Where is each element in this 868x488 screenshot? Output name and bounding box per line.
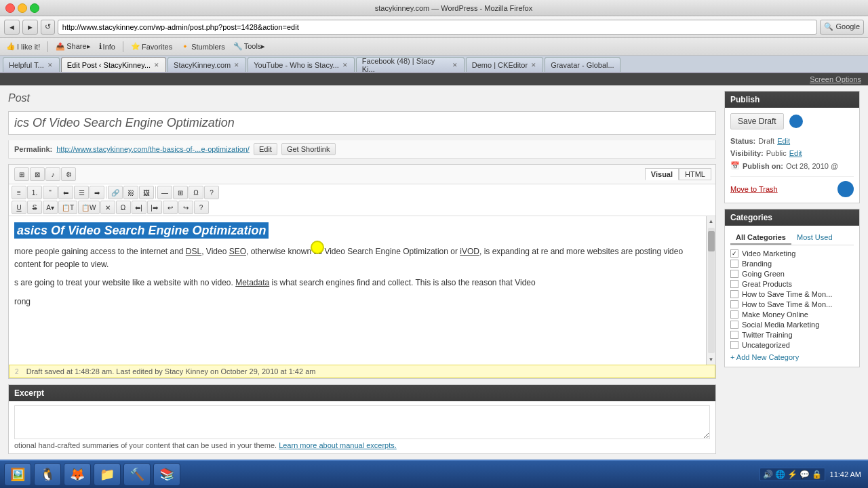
- permalink-url[interactable]: http://www.stacykinney.com/the-basics-of…: [56, 145, 250, 153]
- category-checkbox-great-products[interactable]: [730, 280, 738, 288]
- tab-close-edit[interactable]: ✕: [153, 62, 160, 68]
- tb-blockquote[interactable]: ": [43, 186, 58, 199]
- toolbar-tools[interactable]: 🔧 Tools▸: [231, 41, 268, 52]
- tb-align-left[interactable]: ⬅: [58, 186, 73, 199]
- status-edit-link[interactable]: Edit: [777, 137, 790, 145]
- tb-text-color[interactable]: A▾: [43, 201, 58, 214]
- tab-youtube[interactable]: YouTube - Who is Stacy... ✕: [248, 57, 355, 72]
- tb-align-center[interactable]: ☰: [74, 186, 89, 199]
- move-to-trash-link[interactable]: Move to Trash: [730, 182, 778, 196]
- toolbar-share[interactable]: 📤 Share▸: [54, 41, 92, 52]
- category-checkbox-how-to-save-1[interactable]: [730, 290, 738, 298]
- tb-custom-char[interactable]: Ω: [189, 186, 203, 199]
- category-checkbox-how-to-save-2[interactable]: [730, 300, 738, 308]
- tb-indent[interactable]: |➡: [147, 201, 162, 214]
- tb-music[interactable]: ♪: [45, 167, 60, 181]
- toolbar-info[interactable]: ℹ Info: [97, 41, 117, 52]
- metadata-link[interactable]: Metadata: [235, 278, 269, 287]
- tb-show-hide-kitchen-sink[interactable]: ⊞: [14, 167, 29, 181]
- taskbar-btn-3[interactable]: 🦊: [64, 463, 91, 486]
- tb-table[interactable]: ⊞: [173, 186, 188, 199]
- address-bar[interactable]: http://www.stacykinney.com/wp-admin/post…: [58, 20, 818, 35]
- category-checkbox-uncategorized[interactable]: [730, 341, 738, 349]
- tab-stacykinney[interactable]: StacyKinney.com ✕: [167, 57, 246, 72]
- category-checkbox-twitter-training[interactable]: [730, 331, 738, 339]
- back-button[interactable]: ◄: [4, 20, 20, 35]
- dsl-link[interactable]: DSL: [186, 247, 201, 256]
- tb-insert-image[interactable]: 🖼: [139, 186, 154, 199]
- tb-link[interactable]: 🔗: [108, 186, 123, 199]
- editor-body[interactable]: asics Of Video Search Engine Optimizatio…: [9, 216, 706, 365]
- visual-tab[interactable]: Visual: [645, 168, 679, 180]
- get-shortlink-button[interactable]: Get Shortlink: [281, 143, 336, 155]
- save-draft-button[interactable]: Save Draft: [730, 113, 784, 129]
- taskbar-btn-4[interactable]: 📁: [94, 463, 121, 486]
- visibility-edit-link[interactable]: Edit: [789, 149, 802, 157]
- tb-strikethrough[interactable]: S: [27, 201, 42, 214]
- toolbar-stumblers[interactable]: 🔸 Stumblers: [178, 41, 227, 52]
- maximize-button[interactable]: [30, 3, 39, 13]
- tb-unlink[interactable]: ⛓: [123, 186, 138, 199]
- tab-close-helpful[interactable]: ✕: [47, 62, 54, 68]
- tb-underline[interactable]: U: [12, 201, 26, 214]
- excerpt-learn-more-link[interactable]: Learn more about manual excerpts.: [279, 441, 397, 449]
- screen-options-link[interactable]: Screen Options: [810, 75, 861, 83]
- tb-undo[interactable]: ↩: [163, 201, 178, 214]
- tab-close-stacy[interactable]: ✕: [233, 62, 240, 68]
- category-checkbox-branding[interactable]: [730, 260, 738, 268]
- tb-insert-char[interactable]: Ω: [116, 201, 131, 214]
- permalink-edit-button[interactable]: Edit: [254, 143, 277, 155]
- category-checkbox-social-media[interactable]: [730, 321, 738, 329]
- tab-helpful[interactable]: Helpful T... ✕: [3, 57, 60, 72]
- tab-close-ckeditor[interactable]: ✕: [530, 62, 537, 68]
- all-categories-tab[interactable]: All Categories: [730, 231, 791, 245]
- preview-button[interactable]: [789, 115, 803, 128]
- tab-edit-post[interactable]: Edit Post ‹ StacyKinney... ✕: [61, 57, 166, 72]
- tab-ckeditor[interactable]: Demo | CKEditor ✕: [466, 57, 543, 72]
- scroll-track[interactable]: [708, 228, 715, 353]
- close-button[interactable]: [5, 3, 15, 13]
- toolbar-favorites[interactable]: ⭐ Favorites: [129, 41, 174, 52]
- taskbar-btn-1[interactable]: 🖼️: [4, 463, 31, 486]
- category-checkbox-going-green[interactable]: [730, 270, 738, 278]
- tb-settings[interactable]: ⚙: [61, 167, 76, 181]
- publish-button[interactable]: [837, 181, 854, 197]
- toolbar-i-like-it[interactable]: 👍 I like it!: [4, 41, 42, 52]
- scroll-thumb[interactable]: [708, 231, 715, 251]
- tab-close-youtube[interactable]: ✕: [342, 62, 349, 68]
- tb-fullscreen[interactable]: ⊠: [30, 167, 45, 181]
- seo-link[interactable]: SEO: [229, 247, 246, 256]
- tb-paste-text[interactable]: 📋T: [58, 201, 77, 214]
- minimize-button[interactable]: [18, 3, 27, 13]
- search-button[interactable]: 🔍 Google: [820, 20, 864, 35]
- tab-close-facebook[interactable]: ✕: [452, 62, 458, 68]
- scroll-down-arrow[interactable]: ▼: [709, 354, 714, 365]
- forward-button[interactable]: ►: [22, 20, 38, 35]
- most-used-tab[interactable]: Most Used: [791, 231, 838, 245]
- tb-remove-format[interactable]: ✕: [100, 201, 115, 214]
- taskbar-btn-6[interactable]: 📚: [153, 463, 180, 486]
- tb-paste-word[interactable]: 📋W: [78, 201, 99, 214]
- tb-help[interactable]: ?: [204, 186, 219, 199]
- taskbar-btn-5[interactable]: 🔨: [123, 463, 151, 486]
- category-checkbox-video-marketing[interactable]: [730, 249, 738, 258]
- ivod-link[interactable]: iVOD: [460, 247, 479, 256]
- taskbar-btn-2[interactable]: 🐧: [34, 463, 61, 486]
- tab-facebook[interactable]: Facebook (48) | Stacy Ki... ✕: [356, 57, 465, 72]
- tb-redo[interactable]: ↪: [178, 201, 193, 214]
- scroll-up-arrow[interactable]: ▲: [709, 216, 714, 226]
- tb-align-right[interactable]: ➡: [90, 186, 104, 199]
- tb-unordered-list[interactable]: ≡: [12, 186, 26, 199]
- reload-button[interactable]: ↺: [41, 20, 55, 35]
- tb-outdent[interactable]: ⬅|: [132, 201, 146, 214]
- excerpt-textarea[interactable]: [14, 405, 710, 439]
- add-new-category-link[interactable]: + Add New Category: [730, 353, 854, 361]
- tb-ordered-list[interactable]: 1.: [27, 186, 42, 199]
- tab-gravatar[interactable]: Gravatar - Global...: [545, 57, 620, 72]
- editor-scrollbar[interactable]: ▲ ▼: [706, 216, 715, 365]
- html-tab[interactable]: HTML: [679, 168, 711, 180]
- tb-more[interactable]: —: [157, 186, 172, 199]
- category-checkbox-make-money[interactable]: [730, 310, 738, 319]
- tb-help2[interactable]: ?: [194, 201, 209, 214]
- post-title-input[interactable]: [9, 112, 715, 134]
